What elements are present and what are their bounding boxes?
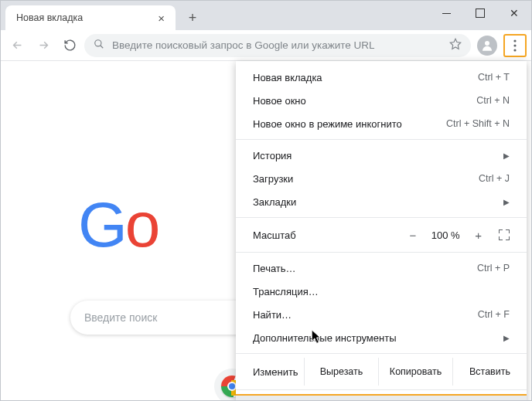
chevron-right-icon: ▶ [503,198,510,206]
window-minimize-button[interactable] [429,1,463,25]
tab-title: Новая вкладка [16,12,83,23]
browser-tab[interactable]: Новая вкладка × [5,5,176,30]
google-logo: G o [78,189,158,261]
chevron-right-icon: ▶ [503,151,510,160]
menu-new-window[interactable]: Новое окно Ctrl + N [236,89,527,112]
tab-close-icon[interactable]: × [155,12,168,25]
window-maximize-button[interactable] [463,1,497,25]
window-controls: ✕ [429,1,531,25]
menu-separator [236,217,527,218]
omnibox-placeholder: Введите поисковый запрос в Google или ук… [112,39,442,51]
menu-separator [236,353,527,354]
menu-separator [236,252,527,253]
menu-bookmarks[interactable]: Закладки ▶ [236,190,527,213]
new-tab-button[interactable]: + [182,7,203,29]
menu-paste[interactable]: Вставить [452,358,527,386]
menu-copy[interactable]: Копировать [378,358,452,386]
forward-button[interactable] [32,34,55,57]
menu-cut[interactable]: Вырезать [304,358,378,386]
reload-button[interactable] [58,34,81,57]
zoom-value: 100 % [428,229,462,241]
zoom-in-button[interactable]: + [475,229,482,242]
menu-cast[interactable]: Трансляция… [236,280,527,303]
menu-edit-label: Изменить [236,358,304,386]
menu-settings[interactable]: Настройки [236,394,527,401]
menu-edit-row: Изменить Вырезать Копировать Вставить [236,358,527,386]
svg-point-3 [513,44,516,46]
menu-incognito[interactable]: Новое окно в режиме инкогнито Ctrl + Shi… [236,112,527,135]
profile-avatar-icon[interactable] [477,36,497,56]
menu-separator [236,139,527,140]
menu-history[interactable]: История ▶ [236,144,527,167]
menu-more-tools[interactable]: Дополнительные инструменты ▶ [236,326,527,349]
home-search-placeholder: Введите поиск [84,311,157,324]
omnibox[interactable]: Введите поисковый запрос в Google или ук… [84,34,471,57]
menu-downloads[interactable]: Загрузки Ctrl + J [236,167,527,190]
svg-point-0 [95,39,101,46]
chevron-right-icon: ▶ [503,334,510,342]
menu-new-tab[interactable]: Новая вкладка Ctrl + T [236,66,527,89]
window-close-button[interactable]: ✕ [497,1,531,25]
menu-print[interactable]: Печать… Ctrl + P [236,257,527,280]
menu-find[interactable]: Найти… Ctrl + F [236,303,527,326]
bookmark-star-icon[interactable] [449,38,462,53]
toolbar: Введите поисковый запрос в Google или ук… [1,30,531,61]
titlebar: Новая вкладка × + ✕ [1,1,531,30]
menu-zoom: Масштаб − 100 % + [236,222,527,248]
chrome-menu: Новая вкладка Ctrl + T Новое окно Ctrl +… [236,61,527,401]
svg-point-1 [485,41,489,46]
menu-separator [236,389,527,390]
search-icon [94,39,104,53]
zoom-out-button[interactable]: − [409,229,416,242]
fullscreen-icon[interactable] [499,229,510,240]
svg-point-2 [513,39,516,42]
back-button[interactable] [5,34,29,57]
svg-point-4 [513,49,516,51]
chrome-menu-button[interactable] [503,34,527,57]
